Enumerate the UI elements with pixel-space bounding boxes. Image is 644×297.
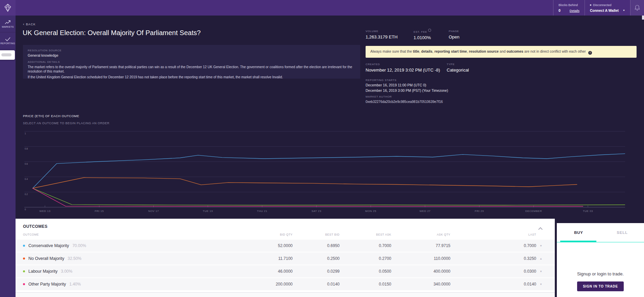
svg-text:0: 0 [25,208,26,211]
price-chart[interactable]: 10.80.60.40.20WED 13FRI 15NOV 17TUE 19TH… [24,129,625,214]
connection-status: Disconnected [593,3,612,7]
created-value: November 12, 2019 3:02 PM (UTC -8) [366,68,440,73]
resolution-source-value: General knowledge [28,53,355,57]
svg-text:0.2: 0.2 [25,193,28,195]
outcome-bid-qty: 11.7100 [225,256,293,261]
svg-text:FRI 15: FRI 15 [95,210,104,213]
augur-logo[interactable] [0,0,16,16]
outcome-best-bid: 0.6950 [293,243,340,248]
tab-buy[interactable]: BUY [557,223,600,242]
collapse-positions-button[interactable] [539,293,542,297]
sidebar-item-reporting[interactable]: REPORTING [0,32,16,49]
fee-value: 1.0100% [414,35,439,40]
chevron-down-icon: ▼ [623,9,625,11]
outcome-percent: 3.00% [61,269,72,274]
phase-value: Open [449,34,460,39]
svg-text:TUE 03: TUE 03 [583,210,593,213]
svg-text:MON 25: MON 25 [365,210,376,213]
connect-wallet-button[interactable]: Connect A Wallet ▼ [590,8,625,12]
type-value: Categorical [447,68,469,73]
created-block: CREATED November 12, 2019 3:02 PM (UTC -… [366,63,440,73]
outcome-name: No Overall Majority [28,256,64,261]
sign-in-to-trade-button[interactable]: SIGN IN TO TRADE [577,281,624,291]
trade-tabs: BUY SELL [557,223,644,242]
additional-details-label: ADDITIONAL DETAILS [28,60,355,63]
outcome-color-dot [23,245,25,247]
svg-text:FRI 29: FRI 29 [475,210,484,213]
conflict-warning-banner: Always make sure that the title, details… [366,46,637,58]
outcome-ask-qty: 110.0000 [391,256,450,261]
chart-subtitle: SELECT AN OUTCOME TO BEGIN PLACING AN OR… [23,122,109,125]
chevron-up-icon [538,227,543,232]
notifications-button[interactable] [630,0,644,16]
market-details-panel: RESOLUTION SOURCE General knowledge ADDI… [23,45,360,79]
sidebar-item-markets[interactable]: MARKETS [0,16,16,32]
back-button[interactable]: ‹BACK [23,22,36,26]
topbar-spacer [16,0,553,16]
outcome-percent: 32.50% [68,256,81,261]
volume-value: 1,263.3179 ETH [366,34,404,39]
svg-text:TUE 19: TUE 19 [203,210,213,213]
stat-fee: EST. FEE 1.0100% [414,30,439,40]
sidebar: MARKETS REPORTING [0,16,16,297]
checkmark-icon [5,37,10,41]
resolution-source-label: RESOLUTION SOURCE [28,49,355,52]
outcome-best-bid: 0.0140 [293,282,340,287]
details-paragraph: The market refers to the overall majorit… [28,65,355,74]
signup-prompt: Signup or login to trade. [557,271,644,276]
outcome-percent: 1.40% [69,282,81,287]
svg-text:NOV 17: NOV 17 [148,210,159,213]
outcome-color-dot [23,270,25,272]
outcome-row[interactable]: No Overall Majority32.50%11.71000.25000.… [16,252,555,265]
blocks-behind-value: 0 [559,8,561,12]
details-link[interactable]: Details [570,9,579,12]
connection-status-icon [590,4,591,6]
my-positions-header[interactable]: MY POSITIONS [16,292,555,297]
svg-text:WED 27: WED 27 [420,210,431,213]
chart-title: PRICE (ETH) OF EACH OUTCOME [23,114,79,118]
bell-icon [635,5,640,11]
svg-text:0.4: 0.4 [25,178,28,180]
augur-logo-icon [3,3,12,12]
trend-down-icon: ▼ [536,244,555,247]
outcome-row[interactable]: Conservative Majority70.00%52.00000.6950… [16,239,555,252]
outcomes-panel: OUTCOMES OUTCOME BID QTY BEST BID BEST A… [16,219,555,297]
outcome-bid-qty: 52.0000 [225,243,293,248]
reporting-starts-block: REPORTING STARTS December 16, 2019 11:00… [366,79,448,92]
trending-up-icon [5,20,11,25]
outcome-ask-qty: 77.9715 [391,243,450,248]
topbar: Blocks Behind 0 Details Disconnected Con… [0,0,644,16]
info-icon[interactable] [428,29,431,32]
scrollbar-thumb[interactable] [642,16,644,20]
sidebar-tooltip-pill [1,53,11,56]
my-positions-title: MY POSITIONS [23,294,53,297]
outcome-best-bid: 0.2500 [293,256,340,261]
market-author-block: MARKET AUTHOR 0xeb32276da20cb2e9c985cea9… [366,95,443,104]
outcome-row[interactable]: Labour Majority3.00%46.00000.02990.05004… [16,265,555,277]
reporting-starts-utc: December 16, 2019 11:00 PM (UTC 0) [366,83,448,87]
stat-phase: PHASE Open [449,30,460,40]
price-chart-area[interactable]: 10.80.60.40.20WED 13FRI 15NOV 17TUE 19TH… [24,129,625,214]
outcomes-header-row: OUTCOME BID QTY BEST BID BEST ASK ASK QT… [16,233,555,239]
outcome-color-dot [23,283,25,285]
outcome-percent: 70.00% [72,243,86,248]
sidebar-tooltip-card [0,50,15,60]
collapse-outcomes-button[interactable] [539,226,542,232]
svg-text:WED 13: WED 13 [40,210,51,213]
trend-down-icon: ▼ [536,283,555,286]
tab-sell[interactable]: SELL [600,223,644,242]
outcome-last: 0.0140 [450,282,536,287]
outcome-ask-qty: 340.0000 [391,282,450,287]
outcome-row[interactable]: Other Party Majority1.40%200.00000.01400… [16,277,555,290]
chevron-left-icon: ‹ [23,22,25,26]
trend-down-icon: ▼ [536,270,555,273]
svg-text:THU 21: THU 21 [257,210,268,213]
outcome-best-ask: 0.0150 [340,282,391,287]
outcome-ask-qty: 400.0000 [391,269,450,274]
conflict-banner-text: Always make sure that the title, details… [370,49,586,53]
trend-up-icon: ▲ [536,257,555,260]
info-icon[interactable]: i [588,51,592,55]
wallet-group[interactable]: Disconnected Connect A Wallet ▼ [585,0,630,16]
outcome-name: Labour Majority [28,269,57,274]
outcome-best-bid: 0.0299 [293,269,340,274]
